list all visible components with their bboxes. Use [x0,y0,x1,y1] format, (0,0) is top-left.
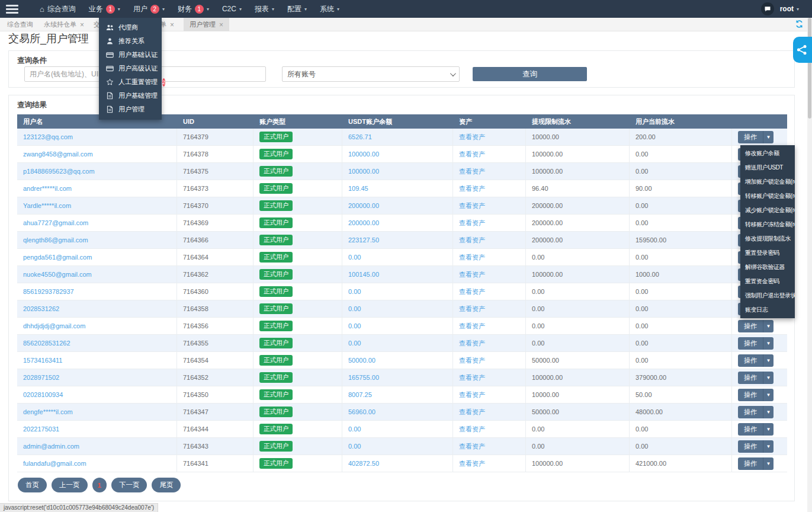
refresh-icon[interactable] [795,20,804,28]
view-assets-link[interactable]: 查看资产 [459,236,485,245]
action-caret-button[interactable]: ▼ [763,131,774,143]
action-button[interactable]: 操作 [738,131,763,143]
tab[interactable]: 综合查询 [1,18,39,31]
nav-item[interactable]: 业务 1 ▾ [82,0,127,18]
usdt-balance-link[interactable]: 0.00 [348,305,361,312]
action-button[interactable]: 操作 [738,337,763,350]
view-assets-link[interactable]: 查看资产 [459,150,485,159]
action-menu-item[interactable]: 重置资金密码 [740,274,795,289]
action-button[interactable]: 操作 [738,457,763,470]
usdt-balance-link[interactable]: 0.00 [348,425,361,433]
username-link[interactable]: admin@admin.com [23,443,79,450]
view-assets-link[interactable]: 查看资产 [459,305,485,313]
view-assets-link[interactable]: 查看资产 [459,167,485,176]
scrollbar-thumb[interactable] [808,18,811,119]
view-assets-link[interactable]: 查看资产 [459,408,485,417]
user-menu-item[interactable]: 用户高级认证 [99,62,162,75]
usdt-balance-link[interactable]: 223127.50 [348,236,379,244]
usdt-balance-link[interactable]: 8007.25 [348,391,372,398]
action-menu-item[interactable]: 赠送用户USDT [740,161,795,175]
usdt-balance-link[interactable]: 100000.00 [348,151,379,158]
usdt-balance-link[interactable]: 165755.00 [348,374,379,381]
username-link[interactable]: 2022175031 [23,425,59,433]
action-button[interactable]: 操作 [738,320,763,332]
username-link[interactable]: qlength86@gmail.com [23,236,88,244]
nav-item[interactable]: 报表 ▾ [248,0,281,18]
action-menu-item[interactable]: 转移账户冻结金额(root) [740,217,795,232]
view-assets-link[interactable]: 查看资产 [459,459,485,468]
nav-item[interactable]: 配置 ▾ [281,0,313,18]
nav-item[interactable]: 用户 2 ▾ [127,0,171,18]
username-link[interactable]: 123123@qq.com [23,133,73,140]
username-link[interactable]: 02028100934 [23,391,63,398]
action-menu-item[interactable]: 修改账户余额 [740,146,795,161]
username-link[interactable]: ahua7727@gmail.com [23,219,88,226]
action-menu-item[interactable]: 解绑谷歌验证器 [740,260,795,274]
username-link[interactable]: nuoke4550@gmail.com [23,271,92,278]
first-page-button[interactable]: 首页 [18,478,47,492]
usdt-balance-link[interactable]: 200000.00 [348,202,379,209]
share-float-button[interactable] [793,37,812,63]
view-assets-link[interactable]: 查看资产 [459,287,485,296]
user-menu-item[interactable]: 用户管理 [99,103,162,116]
current-page-button[interactable]: 1 [92,478,107,492]
usdt-balance-link[interactable]: 6526.71 [348,133,372,140]
vertical-scrollbar[interactable] [807,18,812,512]
user-menu-item[interactable]: 用户基础管理 [99,89,162,103]
username-link[interactable]: dhhdjdjdj@gmail.com [23,322,85,329]
chat-icon[interactable] [761,2,774,15]
user-menu-item[interactable]: 人工重置管理 2 [99,75,162,89]
action-menu-item[interactable]: 转移账户锁定金额(root) [740,189,795,203]
usdt-balance-link[interactable]: 56960.00 [348,408,375,415]
view-assets-link[interactable]: 查看资产 [459,184,485,193]
nav-item[interactable]: 财务 1 ▾ [171,0,216,18]
view-assets-link[interactable]: 查看资产 [459,442,485,451]
close-icon[interactable]: × [219,21,223,28]
usdt-balance-link[interactable]: 50000.00 [348,357,375,364]
user-menu-item[interactable]: 推荐关系 [99,34,162,48]
username-link[interactable]: zwang8458@gmail.com [23,151,93,158]
nav-item[interactable]: C2C ▾ [216,0,248,18]
username-link[interactable]: andrer*****il.com [23,185,72,192]
action-button[interactable]: 操作 [738,372,763,384]
nav-item[interactable]: 系统 ▾ [313,0,346,18]
nav-item[interactable]: ⌂ 综合查询 [33,0,82,18]
view-assets-link[interactable]: 查看资产 [459,391,485,399]
next-page-button[interactable]: 下一页 [111,478,147,492]
view-assets-link[interactable]: 查看资产 [459,322,485,331]
action-caret-button[interactable]: ▼ [763,389,774,401]
action-menu-item[interactable]: 账变日志 [740,303,795,317]
user-menu-item[interactable]: 用户基础认证 [99,48,162,62]
usdt-balance-link[interactable]: 0.00 [348,254,361,261]
last-page-button[interactable]: 尾页 [152,478,181,492]
action-menu-item[interactable]: 重置登录密码 [740,246,795,260]
action-caret-button[interactable]: ▼ [763,337,774,350]
search-button[interactable]: 查询 [473,67,587,81]
usdt-balance-link[interactable]: 0.00 [348,322,361,329]
username-link[interactable]: 2028971502 [23,374,59,381]
action-button[interactable]: 操作 [738,406,763,418]
view-assets-link[interactable]: 查看资产 [459,373,485,382]
action-button[interactable]: 操作 [738,389,763,401]
action-caret-button[interactable]: ▼ [763,406,774,418]
action-button[interactable]: 操作 [738,440,763,453]
view-assets-link[interactable]: 查看资产 [459,356,485,365]
view-assets-link[interactable]: 查看资产 [459,133,485,142]
usdt-balance-link[interactable]: 200000.00 [348,219,379,226]
view-assets-link[interactable]: 查看资产 [459,425,485,434]
usdt-balance-link[interactable]: 109.45 [348,185,368,192]
username-link[interactable]: p18488695623@qq.com [23,168,95,175]
usdt-balance-link[interactable]: 100145.00 [348,271,379,278]
view-assets-link[interactable]: 查看资产 [459,219,485,228]
action-menu-item[interactable]: 强制用户退出登录状态 [740,289,795,303]
action-menu-item[interactable]: 减少账户锁定金额(root) [740,203,795,217]
tab[interactable]: 永续持仓单 × [38,18,90,31]
view-assets-link[interactable]: 查看资产 [459,201,485,210]
usdt-balance-link[interactable]: 402872.50 [348,460,379,467]
user-menu-item[interactable]: 代理商 [99,21,162,34]
action-caret-button[interactable]: ▼ [763,320,774,332]
action-menu-item[interactable]: 修改提现限制流水 [740,232,795,246]
view-assets-link[interactable]: 查看资产 [459,339,485,348]
action-button[interactable]: 操作 [738,354,763,367]
action-button[interactable]: 操作 [738,423,763,436]
